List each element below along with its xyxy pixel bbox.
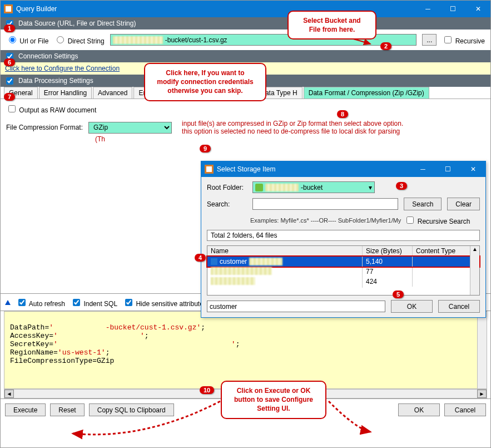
step-badge-1: 1 <box>4 24 15 32</box>
titlebar: Query Builder ─ ☐ ✕ <box>1 1 490 17</box>
col-type[interactable]: Content Type <box>413 246 479 256</box>
processing-checkbox[interactable] <box>6 77 13 85</box>
connection-header: Connection Settings <box>1 50 490 62</box>
file-icon <box>211 258 217 265</box>
storage-status: Total 2 folders, 64 files <box>207 230 480 241</box>
storage-dialog-title: Select Storage Item <box>217 165 275 173</box>
step-badge-3: 3 <box>396 182 407 190</box>
app-icon <box>4 4 13 13</box>
search-button[interactable]: Search <box>404 198 442 210</box>
file-row[interactable]: customer 5,140 <box>207 257 479 267</box>
compression-hint-2: this option is selected no need to de-co… <box>182 127 403 135</box>
configure-connection-link[interactable]: Click here to Configure the Connection <box>5 65 120 72</box>
indent-sql-checkbox[interactable]: Indent SQL <box>71 297 117 308</box>
compression-hint-1: input file(s) are compressed in GZip or … <box>182 120 403 127</box>
window-close-button[interactable]: ✕ <box>465 1 490 17</box>
output-raw-checkbox[interactable]: Output as RAW document <box>6 106 96 114</box>
compression-format-label: File Compression Format: <box>6 124 83 131</box>
step-badge-2: 2 <box>380 42 391 50</box>
callout-execute-ok: Click on Execute or OK button to save Co… <box>221 381 326 419</box>
radio-direct-string[interactable]: Direct String <box>54 35 104 45</box>
connection-title: Connection Settings <box>18 52 78 60</box>
collapse-icon[interactable] <box>5 300 11 305</box>
execute-button[interactable]: Execute <box>5 403 46 416</box>
compression-hint-3: (Th <box>95 135 485 143</box>
radio-url-or-file[interactable]: Url or File <box>6 35 48 45</box>
svg-rect-5 <box>211 258 217 265</box>
search-examples: Examples: Myfile*.cs* ----OR---- SubFold… <box>250 217 401 224</box>
search-label: Search: <box>207 200 247 208</box>
file-list-scrollbar[interactable]: ▲ <box>470 246 479 295</box>
step-badge-5: 5 <box>393 291 404 298</box>
storage-ok-button[interactable]: OK <box>391 300 433 313</box>
callout-modify-connection: Click here, If you want to modify connec… <box>144 63 266 101</box>
svg-rect-1 <box>6 6 11 12</box>
copy-sql-button[interactable]: Copy SQL to Clipboard <box>89 403 174 416</box>
tab-error-handling[interactable]: Error Handling <box>39 87 92 99</box>
storage-max-button[interactable]: ☐ <box>435 161 460 178</box>
storage-cancel-button[interactable]: Cancel <box>438 300 480 313</box>
sql-vertical-scrollbar[interactable] <box>477 312 487 388</box>
cancel-button[interactable]: Cancel <box>444 403 486 416</box>
step-badge-8: 8 <box>337 110 348 118</box>
storage-close-button[interactable]: ✕ <box>460 161 485 178</box>
blurred-region <box>113 36 163 44</box>
step-badge-9: 9 <box>200 145 211 152</box>
auto-refresh-checkbox[interactable]: Auto refresh <box>16 297 65 308</box>
root-folder-label: Root Folder: <box>207 184 247 191</box>
window-maximize-button[interactable]: ☐ <box>440 1 465 17</box>
data-source-title: Data Source (URL, File or Direct String) <box>18 19 136 27</box>
callout-select-bucket: Select Bucket and File from here. <box>287 11 376 40</box>
svg-rect-3 <box>206 166 212 172</box>
window-minimize-button[interactable]: ─ <box>415 1 440 17</box>
data-source-header: Data Source (URL, File or Direct String) <box>1 17 490 29</box>
file-row[interactable]: 77 <box>207 267 479 277</box>
search-input[interactable] <box>252 198 398 210</box>
step-badge-7: 7 <box>4 93 15 101</box>
tab-data-format[interactable]: Data Format / Compression (Zip /GZip) <box>304 87 429 99</box>
storage-dialog: Select Storage Item ─ ☐ ✕ Root Folder: -… <box>201 161 486 318</box>
recursive-search-checkbox[interactable]: Recursive Search <box>404 215 470 225</box>
recursive-checkbox[interactable]: Recursive <box>442 35 485 45</box>
file-row[interactable]: 424 <box>207 277 479 287</box>
browse-path-button[interactable]: ... <box>422 34 437 46</box>
window-title: Query Builder <box>16 5 57 13</box>
step-badge-4: 4 <box>195 254 206 262</box>
root-folder-select[interactable]: -bucket ▾ <box>252 181 375 193</box>
bucket-icon <box>255 184 263 191</box>
reset-button[interactable]: Reset <box>50 403 84 416</box>
storage-min-button[interactable]: ─ <box>410 161 435 178</box>
tab-advanced[interactable]: Advanced <box>93 87 132 99</box>
selected-file-input[interactable] <box>207 301 385 312</box>
step-badge-6: 6 <box>4 58 15 66</box>
ok-button[interactable]: OK <box>398 403 440 416</box>
sql-text-area[interactable]: DataPath=' -bucket/cust-1.csv.gz'; Acces… <box>4 311 487 389</box>
col-name[interactable]: Name <box>207 246 363 256</box>
storage-dialog-icon <box>205 165 214 174</box>
svg-rect-4 <box>255 184 263 191</box>
col-size[interactable]: Size (Bytes) <box>363 246 413 256</box>
step-badge-10: 10 <box>200 386 214 394</box>
file-list: Name Size (Bytes) Content Type customer … <box>207 245 480 296</box>
blurred-region <box>265 184 299 191</box>
clear-button[interactable]: Clear <box>447 198 480 210</box>
compression-format-select[interactable]: GZip <box>88 122 172 134</box>
processing-title: Data Processing Settings <box>18 77 93 85</box>
